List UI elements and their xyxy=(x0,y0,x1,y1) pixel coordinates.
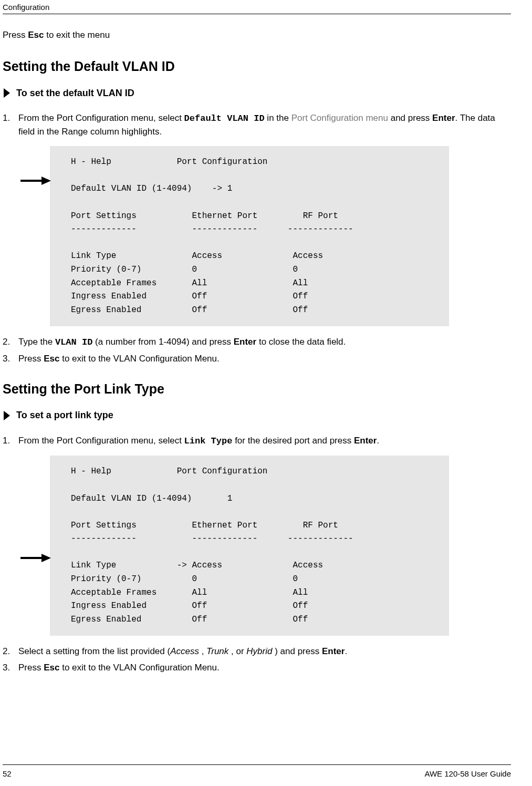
text: ) and press xyxy=(272,646,322,656)
text: From the Port Configuration menu, select xyxy=(18,436,184,446)
text: , or xyxy=(228,646,246,656)
light-text: Port Configuration menu xyxy=(291,113,388,123)
header-section: Configuration xyxy=(3,3,511,14)
page-number: 52 xyxy=(3,769,12,778)
code-block-wrap-2: H - Help Port Configuration Default VLAN… xyxy=(50,456,511,636)
key-text: Enter xyxy=(322,646,345,656)
pointer-arrow-icon xyxy=(20,175,51,186)
intro-prefix: Press xyxy=(3,30,28,40)
code-block-1: H - Help Port Configuration Default VLAN… xyxy=(50,146,449,326)
text: From the Port Configuration menu, select xyxy=(18,113,184,123)
procedure-title-vlan: To set the default VLAN ID xyxy=(16,88,134,99)
option-text: Access xyxy=(170,646,199,656)
text: and press xyxy=(388,113,432,123)
intro-suffix: to exit the menu xyxy=(44,30,110,40)
step-2-vlan: Type the VLAN ID (a number from 1-4094) … xyxy=(3,336,511,349)
intro-line: Press Esc to exit the menu xyxy=(3,30,511,40)
code-text: Default VLAN ID xyxy=(184,113,265,123)
svg-rect-4 xyxy=(20,557,41,559)
section-heading-vlan: Setting the Default VLAN ID xyxy=(3,59,511,74)
text: Press xyxy=(18,663,44,673)
text: for the desired port and press xyxy=(232,436,354,446)
procedure-heading-vlan: To set the default VLAN ID xyxy=(3,87,511,99)
code-block-2: H - Help Port Configuration Default VLAN… xyxy=(50,456,449,636)
key-text: Enter xyxy=(354,436,377,446)
step-2-linktype: Select a setting from the list provided … xyxy=(3,645,511,658)
text: in the xyxy=(265,113,291,123)
step-3-linktype: Press Esc to exit to the VLAN Configurat… xyxy=(3,661,511,675)
svg-rect-1 xyxy=(20,180,41,182)
key-text: Esc xyxy=(44,663,59,673)
code-text: Link Type xyxy=(184,436,233,446)
section-heading-linktype: Setting the Port Link Type xyxy=(3,381,511,397)
procedure-heading-linktype: To set a port link type xyxy=(3,410,511,421)
option-text: Trunk xyxy=(206,646,228,656)
svg-marker-0 xyxy=(4,88,10,98)
step-1-vlan: From the Port Configuration menu, select… xyxy=(3,112,511,326)
option-text: Hybrid xyxy=(246,646,272,656)
procedure-arrow-icon xyxy=(3,410,11,421)
pointer-arrow-icon xyxy=(20,553,51,563)
svg-marker-2 xyxy=(41,177,51,185)
guide-name: AWE 120-58 User Guide xyxy=(424,769,511,778)
text: , xyxy=(199,646,206,656)
intro-key: Esc xyxy=(28,30,44,40)
step-3-vlan: Press Esc to exit to the VLAN Configurat… xyxy=(3,353,511,366)
text: to close the data field. xyxy=(256,337,346,347)
text: . xyxy=(345,646,347,656)
text: . xyxy=(377,436,379,446)
svg-marker-3 xyxy=(4,411,10,420)
key-text: Esc xyxy=(44,354,59,364)
text: Press xyxy=(18,354,44,364)
svg-marker-5 xyxy=(41,554,51,562)
text: Select a setting from the list provided … xyxy=(18,646,170,656)
code-block-wrap-1: H - Help Port Configuration Default VLAN… xyxy=(50,146,511,326)
text: (a number from 1-4094) and press xyxy=(92,337,233,347)
step-1-linktype: From the Port Configuration menu, select… xyxy=(3,435,511,636)
footer: 52 AWE 120-58 User Guide xyxy=(3,764,511,778)
key-text: Enter xyxy=(432,113,455,123)
key-text: Enter xyxy=(234,337,256,347)
text: Type the xyxy=(18,337,55,347)
text: to exit to the VLAN Configuration Menu. xyxy=(59,354,219,364)
procedure-arrow-icon xyxy=(3,87,11,99)
code-text: VLAN ID xyxy=(55,337,92,347)
text: to exit to the VLAN Configuration Menu. xyxy=(59,663,219,673)
procedure-title-linktype: To set a port link type xyxy=(16,410,113,421)
